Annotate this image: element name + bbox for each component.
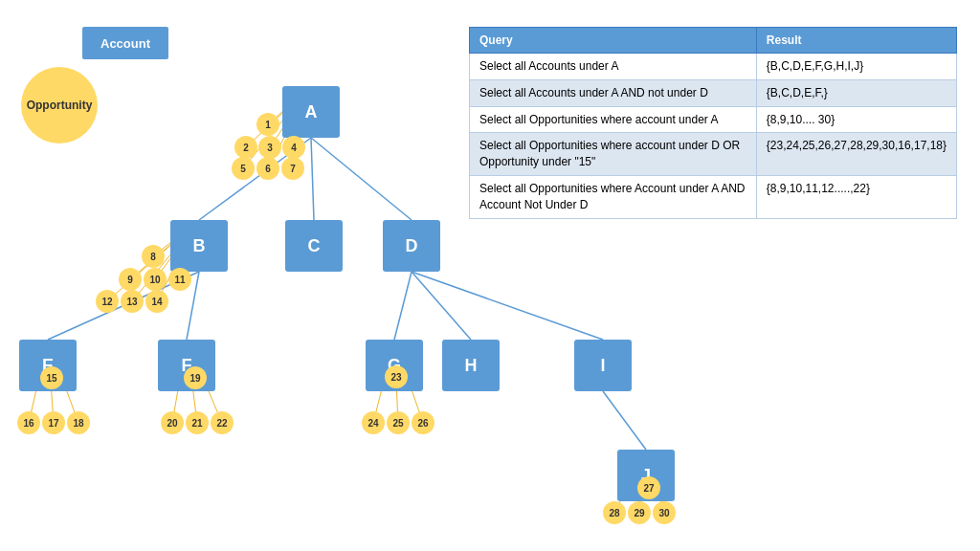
legend-opportunity-circle: Opportunity [21, 67, 98, 143]
opp-node-9: 9 [119, 268, 142, 291]
opp-node-1: 1 [256, 113, 279, 136]
opp-node-21: 21 [186, 411, 209, 434]
opp-node-12: 12 [96, 290, 119, 313]
table-cell-query-1: Select all Accounts under A AND not unde… [470, 79, 757, 106]
opp-node-7: 7 [281, 157, 304, 180]
svg-line-5 [394, 272, 412, 340]
account-node-I: I [574, 340, 632, 391]
table-cell-result-3: {23,24,25,26,27,28,29,30,16,17,18} [756, 133, 956, 176]
table-header-result: Result [756, 28, 956, 54]
table-cell-result-0: {B,C,D,E,F,G,H,I,J} [756, 54, 956, 80]
opp-node-26: 26 [412, 411, 434, 434]
opp-node-14: 14 [145, 290, 168, 313]
table-cell-query-0: Select all Accounts under A [470, 54, 757, 80]
svg-line-1 [311, 138, 314, 220]
opp-node-30: 30 [653, 501, 676, 524]
main-container: Account Opportunity [0, 0, 980, 551]
opp-node-2: 2 [234, 136, 257, 159]
opp-node-3: 3 [258, 136, 281, 159]
opp-node-8: 8 [142, 245, 165, 268]
opp-node-19: 19 [184, 366, 207, 389]
table-cell-result-4: {8,9,10,11,12.....,22} [756, 175, 956, 218]
opp-node-20: 20 [161, 411, 184, 434]
opp-node-27: 27 [637, 476, 660, 499]
table-cell-query-4: Select all Opportunities where Account u… [470, 175, 757, 218]
account-node-H: H [442, 340, 500, 391]
table-cell-result-2: {8,9,10.... 30} [756, 106, 956, 133]
opp-node-15: 15 [40, 366, 63, 389]
opp-node-29: 29 [628, 501, 651, 524]
svg-line-7 [412, 272, 603, 340]
svg-line-2 [311, 138, 412, 220]
account-node-C: C [285, 220, 343, 272]
account-node-D: D [383, 220, 440, 272]
svg-line-8 [603, 391, 646, 450]
opp-node-17: 17 [42, 411, 65, 434]
opp-node-4: 4 [282, 136, 305, 159]
opp-node-25: 25 [387, 411, 410, 434]
opp-node-22: 22 [211, 411, 234, 434]
opp-node-13: 13 [121, 290, 144, 313]
account-node-A: A [282, 86, 340, 138]
opp-node-6: 6 [256, 157, 279, 180]
opp-node-23: 23 [385, 365, 408, 388]
account-node-B: B [170, 220, 228, 272]
opp-node-11: 11 [168, 268, 191, 291]
opp-node-18: 18 [67, 411, 90, 434]
table-cell-result-1: {B,C,D,E,F,} [756, 79, 956, 106]
opp-node-28: 28 [603, 501, 626, 524]
table-cell-query-3: Select all Opportunities where account u… [470, 133, 757, 176]
legend-account-box: Account [82, 27, 168, 59]
query-table: Query Result Select all Accounts under A… [469, 27, 957, 219]
opp-node-5: 5 [232, 157, 255, 180]
opp-node-10: 10 [144, 268, 167, 291]
table-cell-query-2: Select all Opportunities where account u… [470, 106, 757, 133]
opp-node-24: 24 [362, 411, 385, 434]
svg-line-6 [412, 272, 471, 340]
opp-node-16: 16 [17, 411, 40, 434]
table-header-query: Query [470, 28, 757, 54]
